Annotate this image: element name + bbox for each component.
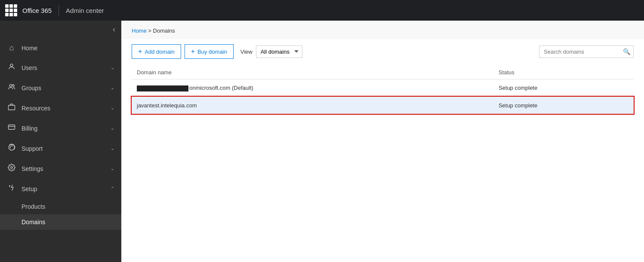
chevron-down-icon: ⌄ [111,105,114,111]
table-row-highlighted[interactable]: javantest.intelequia.com Setup complete [132,97,634,114]
search-container: 🔍 [539,46,634,58]
sidebar-item-users[interactable]: Users ⌄ [0,58,121,78]
sidebar-sub-item-domains[interactable]: Domains [0,214,121,230]
setup-icon [7,184,16,194]
sidebar-item-billing[interactable]: Billing ⌄ [0,118,121,138]
app-name: Office 365 [22,7,52,14]
sidebar-item-label: Resources [22,105,105,112]
waffle-dot [14,4,17,8]
settings-icon [7,164,16,174]
sidebar-item-resources[interactable]: Resources ⌄ [0,98,121,118]
plus-icon: + [138,48,142,55]
view-label: View [240,49,253,55]
waffle-dot [9,9,13,12]
section-name: Admin center [66,7,104,14]
breadcrumb: Home > Domains [121,21,644,39]
buy-domain-label: Buy domain [197,49,227,55]
sidebar-item-home[interactable]: ⌂ Home [0,38,121,58]
topbar-divider [59,5,59,15]
column-header-domain-name: Domain name [132,66,493,79]
svg-rect-3 [9,105,15,110]
search-domains-input[interactable] [539,46,634,58]
waffle-dot [5,13,9,16]
waffle-dot [5,9,9,12]
sidebar-item-label: Settings [22,165,105,172]
domains-table: Domain name Status onmicrosoft.com (Defa… [132,66,634,114]
resources-icon [7,103,16,113]
svg-point-6 [11,167,13,169]
billing-icon [7,123,16,133]
waffle-dot [9,13,13,16]
sidebar-item-label: Support [22,145,105,152]
groups-icon [7,83,16,93]
sidebar-item-label: Billing [22,125,105,132]
column-header-status: Status [493,66,634,79]
waffle-dot [14,9,17,12]
breadcrumb-current: Domains [153,27,175,34]
svg-point-1 [9,84,12,86]
plus-icon: + [191,48,195,55]
waffle-button[interactable] [5,4,17,16]
domain-name-cell: onmicrosoft.com (Default) [132,79,493,97]
sidebar-sub-item-label: Domains [22,219,45,225]
waffle-dot [5,4,9,8]
layout: ‹ ⌂ Home Users ⌄ Groups ⌄ Resources ⌄ [0,21,644,262]
main-content: Home > Domains + Add domain + Buy domain… [121,21,644,262]
domain-name-cell: javantest.intelequia.com [132,97,493,114]
buy-domain-button[interactable]: + Buy domain [185,44,234,59]
chevron-down-icon: ⌄ [111,65,114,70]
status-cell: Setup complete [493,79,634,97]
svg-point-2 [12,85,15,87]
redacted-domain [137,85,188,91]
svg-point-0 [10,64,13,67]
view-select[interactable]: All domains Verified Unverified [256,46,302,58]
waffle-dot [9,4,13,8]
chevron-up-icon: ⌃ [111,186,114,192]
home-icon: ⌂ [7,43,16,52]
chevron-down-icon: ⌄ [111,85,114,91]
sidebar-sub-item-label: Products [22,203,45,210]
sidebar-item-setup[interactable]: Setup ⌃ [0,179,121,199]
domain-suffix: onmicrosoft.com (Default) [189,85,253,91]
svg-rect-4 [9,125,15,130]
sidebar-item-support[interactable]: Support ⌄ [0,138,121,158]
sidebar-sub-item-products[interactable]: Products [0,199,121,214]
sidebar-item-label: Home [22,45,114,52]
users-icon [7,63,16,73]
table-row[interactable]: onmicrosoft.com (Default) Setup complete [132,79,634,97]
chevron-down-icon: ⌄ [111,146,114,151]
sidebar-item-label: Groups [22,85,105,91]
breadcrumb-separator: > [148,27,153,34]
waffle-dot [14,13,17,16]
breadcrumb-home-link[interactable]: Home [132,27,147,34]
sidebar: ‹ ⌂ Home Users ⌄ Groups ⌄ Resources ⌄ [0,21,121,262]
content-area: + Add domain + Buy domain View All domai… [121,39,644,259]
status-cell: Setup complete [493,97,634,114]
sidebar-item-label: Users [22,64,105,71]
support-icon [7,143,16,153]
svg-point-5 [9,144,15,150]
collapse-icon: ‹ [113,25,115,34]
sidebar-item-label: Setup [22,186,105,192]
chevron-down-icon: ⌄ [111,125,114,131]
sidebar-collapse-button[interactable]: ‹ [0,21,121,38]
sidebar-item-groups[interactable]: Groups ⌄ [0,78,121,98]
add-domain-label: Add domain [145,49,174,55]
sidebar-item-settings[interactable]: Settings ⌄ [0,158,121,179]
toolbar: + Add domain + Buy domain View All domai… [132,44,634,59]
topbar: Office 365 Admin center [0,0,644,21]
chevron-down-icon: ⌄ [111,166,114,171]
add-domain-button[interactable]: + Add domain [132,44,181,59]
